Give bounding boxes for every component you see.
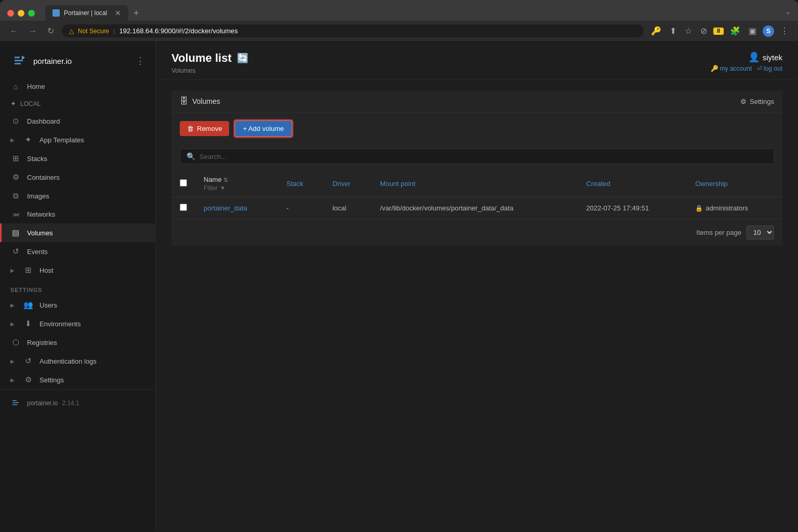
reload-button[interactable]: ↻ <box>45 25 57 37</box>
row-name[interactable]: portainer_data <box>195 197 278 219</box>
remove-button[interactable]: 🗑 Remove <box>180 121 229 136</box>
host-icon: ⊞ <box>23 265 33 275</box>
row-stack: - <box>278 197 324 219</box>
sidebar-item-volumes[interactable]: ▤ Volumes <box>0 223 155 242</box>
table-footer: Items per page 10 <box>171 219 782 246</box>
app-layout: portainer.io ⋮ ⌂ Home ✦ LOCAL ⊙ Dashboar… <box>0 41 798 531</box>
page-title-text: Volume list <box>171 51 232 65</box>
sidebar-item-users[interactable]: ▶ 👥 Users <box>0 296 155 314</box>
search-bar: 🔍 <box>171 144 782 170</box>
driver-column-header[interactable]: Driver <box>324 170 372 197</box>
add-volume-button[interactable]: + Add volume <box>234 120 292 137</box>
browser-titlebar: Portainer | local ✕ + ⌄ <box>0 0 798 21</box>
sidebar-item-home-label: Home <box>27 83 45 90</box>
refresh-button[interactable]: 🔄 <box>237 52 248 64</box>
volumes-panel-icon: 🗄 <box>180 97 188 106</box>
back-button[interactable]: ← <box>7 25 21 37</box>
forward-button[interactable]: → <box>26 25 39 37</box>
settings-expand-arrow-icon: ▶ <box>10 377 15 383</box>
home-icon: ⌂ <box>10 82 21 91</box>
volumes-table: Name ⇅ Filter ▼ Stack Driver Mount point… <box>171 170 782 219</box>
add-volume-button-label: + Add volume <box>243 125 284 132</box>
host-expand-arrow-icon: ▶ <box>10 268 15 273</box>
sidebar-item-images[interactable]: ⧉ Images <box>0 187 155 205</box>
search-input[interactable] <box>200 153 767 161</box>
sidebar-item-networks-label: Networks <box>27 210 55 218</box>
address-input[interactable]: △ Not Secure | 192.168.64.6:9000/#!/2/do… <box>62 24 644 37</box>
my-account-text: my account <box>720 65 752 72</box>
my-account-link[interactable]: 🔑 my account <box>711 65 752 72</box>
tab-bar: Portainer | local ✕ + <box>45 5 780 21</box>
sidebar-item-home[interactable]: ⌂ Home <box>0 77 155 96</box>
logo-text: portainer.io <box>33 57 72 65</box>
containers-icon: ⚙ <box>10 172 21 182</box>
user-name: 👤 siytek <box>748 51 782 63</box>
settings-link[interactable]: ⚙ Settings <box>740 98 774 105</box>
maximize-traffic-light[interactable] <box>28 10 35 17</box>
search-input-wrap: 🔍 <box>180 149 774 164</box>
stack-column-header[interactable]: Stack <box>278 170 324 197</box>
row-checkbox[interactable] <box>180 204 187 211</box>
puzzle-icon[interactable]: 🧩 <box>728 25 742 37</box>
select-all-checkbox[interactable] <box>180 179 187 187</box>
row-driver: local <box>324 197 372 219</box>
panel-title-text: Volumes <box>192 97 220 105</box>
sidebar-item-settings[interactable]: ▶ ⚙ Settings <box>0 370 155 389</box>
extension-icon[interactable]: II <box>713 28 724 35</box>
sidebar-item-host[interactable]: ▶ ⊞ Host <box>0 261 155 280</box>
address-bar-row: ← → ↻ △ Not Secure | 192.168.64.6:9000/#… <box>0 21 798 41</box>
share-icon[interactable]: ⬆ <box>668 25 679 37</box>
sort-icon: ⇅ <box>223 177 228 183</box>
user-name-text: siytek <box>763 53 782 62</box>
app-templates-icon: ✦ <box>23 135 33 144</box>
settings-section-label: SETTINGS <box>0 280 155 296</box>
sidebar-item-containers-label: Containers <box>27 174 60 181</box>
sidebar-item-auth-logs[interactable]: ▶ ↺ Authentication logs <box>0 352 155 370</box>
sidebar-item-containers[interactable]: ⚙ Containers <box>0 168 155 187</box>
sidebar-item-environments[interactable]: ▶ ⬇ Environments <box>0 314 155 333</box>
panel-title: 🗄 Volumes <box>180 97 220 106</box>
user-avatar-icon: 👤 <box>748 51 760 63</box>
ownership-column-header[interactable]: Ownership <box>687 170 782 197</box>
sidebar-item-app-templates-label: App Templates <box>39 136 84 144</box>
content-area: 🗄 Volumes ⚙ Settings 🗑 Remove + <box>156 80 798 256</box>
search-icon: 🔍 <box>187 152 195 161</box>
sidebar-item-app-templates[interactable]: ▶ ✦ App Templates <box>0 130 155 149</box>
block-icon[interactable]: ⊘ <box>698 25 709 37</box>
sidebar-item-events-label: Events <box>27 248 48 256</box>
footer-logo-icon <box>10 397 23 409</box>
sidebar: portainer.io ⋮ ⌂ Home ✦ LOCAL ⊙ Dashboar… <box>0 41 156 531</box>
logout-icon: ⏎ <box>757 65 762 72</box>
main-content: Volume list 🔄 Volumes 👤 siytek 🔑 my acco… <box>156 41 798 531</box>
sidebar-item-registries[interactable]: ⬡ Registries <box>0 333 155 352</box>
row-created: 2022-07-25 17:49:51 <box>578 197 687 219</box>
browser-window: Portainer | local ✕ + ⌄ ← → ↻ △ Not Secu… <box>0 0 798 41</box>
name-column-header[interactable]: Name ⇅ Filter ▼ <box>195 170 278 197</box>
sidebar-item-networks[interactable]: ⫘ Networks <box>0 205 155 223</box>
sidebar-item-dashboard[interactable]: ⊙ Dashboard <box>0 112 155 130</box>
volumes-icon: ▤ <box>10 228 21 237</box>
more-menu-icon[interactable]: ⋮ <box>778 25 791 37</box>
created-column-header[interactable]: Created <box>578 170 687 197</box>
log-out-link[interactable]: ⏎ log out <box>757 65 782 72</box>
sidebar-item-environments-label: Environments <box>39 320 81 328</box>
sidebar-icon[interactable]: ▣ <box>747 25 759 37</box>
star-icon[interactable]: ☆ <box>683 25 694 37</box>
profile-icon[interactable]: S <box>763 25 774 37</box>
new-tab-button[interactable]: + <box>128 6 144 21</box>
sidebar-item-events[interactable]: ↺ Events <box>0 242 155 261</box>
items-per-page-select[interactable]: 10 <box>747 225 774 240</box>
sidebar-item-stacks[interactable]: ⊞ Stacks <box>0 149 155 168</box>
key-icon[interactable]: 🔑 <box>649 25 663 37</box>
admin-icon: 🔒 <box>695 205 703 212</box>
mount-point-column-header[interactable]: Mount point <box>372 170 578 197</box>
settings-link-text: Settings <box>750 98 774 105</box>
minimize-traffic-light[interactable] <box>18 10 24 17</box>
tab-close-button[interactable]: ✕ <box>115 9 121 17</box>
sidebar-menu-icon[interactable]: ⋮ <box>136 55 145 66</box>
close-traffic-light[interactable] <box>7 10 14 17</box>
tab-favicon <box>52 9 60 17</box>
window-collapse[interactable]: ⌄ <box>785 8 791 19</box>
sidebar-item-registries-label: Registries <box>27 339 57 347</box>
active-tab[interactable]: Portainer | local ✕ <box>45 5 128 21</box>
